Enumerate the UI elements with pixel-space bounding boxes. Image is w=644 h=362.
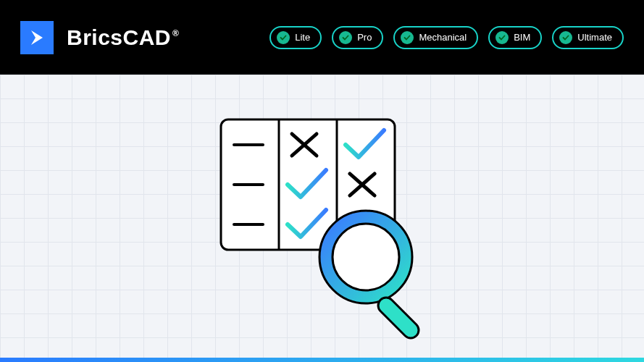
logo-arrow-icon [27, 28, 47, 48]
check-icon [495, 31, 509, 44]
pill-label: BIM [514, 32, 530, 43]
pill-label: Lite [295, 32, 310, 43]
bottom-accent-bar [0, 358, 644, 362]
edition-pill-mechanical[interactable]: Mechanical [393, 26, 478, 49]
svg-rect-13 [375, 294, 422, 341]
pill-label: Pro [357, 32, 372, 43]
pill-label: Ultimate [577, 32, 612, 43]
pill-label: Mechanical [419, 32, 467, 43]
check-icon [401, 31, 414, 44]
edition-pill-bim[interactable]: BIM [488, 26, 542, 49]
edition-pill-ultimate[interactable]: Ultimate [552, 26, 624, 49]
brand-logo [20, 21, 54, 54]
edition-pills: Lite Pro Mechanical BIM Ultimate [269, 26, 624, 49]
magnifier-icon [319, 211, 422, 342]
check-icon [277, 31, 290, 44]
brand-name: BricsCAD® [67, 25, 177, 50]
comparison-illustration [214, 116, 431, 350]
edition-pill-pro[interactable]: Pro [332, 26, 383, 49]
header: BricsCAD® Lite Pro Mechanical BIM [0, 0, 644, 75]
edition-pill-lite[interactable]: Lite [269, 26, 322, 49]
brand-trademark: ® [172, 28, 179, 38]
brand-text: BricsCAD [67, 25, 171, 49]
svg-point-10 [326, 217, 406, 297]
check-icon [559, 31, 572, 44]
check-icon [339, 31, 352, 44]
